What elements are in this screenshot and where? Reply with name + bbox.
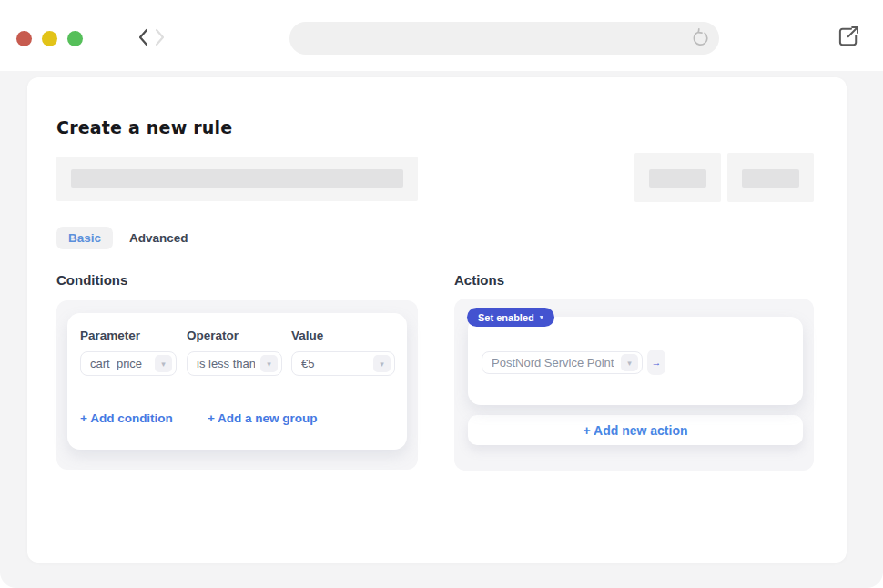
page-background: Create a new rule Basic Advanced Conditi…	[0, 71, 883, 588]
browser-chrome	[0, 0, 883, 71]
add-action-button-label: + Add new action	[584, 423, 688, 438]
actions-heading: Actions	[454, 272, 504, 288]
mode-tabs: Basic Advanced	[56, 227, 188, 249]
caret-down-icon: ▾	[155, 355, 172, 372]
operator-select[interactable]: is less than ▾	[187, 351, 282, 376]
minimize-window-button[interactable]	[42, 31, 57, 46]
conditions-heading: Conditions	[56, 272, 127, 288]
action-card: PostNord Service Point ▾ →	[468, 317, 803, 405]
caret-down-icon: ▾	[373, 355, 391, 372]
placeholder-button	[634, 153, 721, 202]
tab-advanced[interactable]: Advanced	[129, 227, 188, 249]
close-window-button[interactable]	[16, 31, 32, 46]
add-group-link[interactable]: + Add a new group	[208, 411, 318, 425]
caret-down-icon: ▾	[540, 313, 543, 321]
share-icon[interactable]	[834, 24, 861, 51]
placeholder-button	[727, 153, 814, 202]
page-title: Create a new rule	[56, 117, 232, 137]
parameter-select-value: cart_price	[90, 357, 149, 370]
tab-basic[interactable]: Basic	[56, 227, 113, 249]
add-condition-link[interactable]: + Add condition	[80, 411, 173, 425]
reload-icon[interactable]	[691, 28, 711, 48]
placeholder-block	[56, 157, 418, 201]
action-target-select[interactable]: PostNord Service Point ▾	[482, 351, 643, 374]
placeholder-bar	[742, 169, 799, 188]
action-type-badge[interactable]: Set enabled ▾	[467, 308, 554, 327]
operator-select-value: is less than	[197, 357, 255, 370]
condition-group-card: Parameter Operator Value cart_price ▾ is…	[67, 313, 407, 450]
parameter-column-label: Parameter	[80, 329, 140, 342]
operator-column-label: Operator	[187, 329, 239, 342]
browser-window: Create a new rule Basic Advanced Conditi…	[0, 0, 883, 588]
rule-editor-card: Create a new rule Basic Advanced Conditi…	[27, 77, 847, 563]
value-select[interactable]: €5 ▾	[291, 351, 395, 376]
value-select-value: €5	[301, 357, 368, 370]
caret-down-icon: ▾	[621, 354, 638, 371]
condition-links-row: + Add condition + Add a new group	[80, 411, 318, 425]
conditions-panel: Parameter Operator Value cart_price ▾ is…	[56, 300, 418, 470]
action-type-badge-label: Set enabled	[478, 312, 534, 323]
actions-panel: Set enabled ▾ PostNord Service Point ▾ →…	[454, 299, 814, 471]
action-target-select-value: PostNord Service Point	[492, 356, 615, 370]
placeholder-bar	[71, 169, 403, 188]
forward-icon[interactable]	[154, 28, 167, 46]
value-column-label: Value	[291, 329, 323, 342]
parameter-select[interactable]: cart_price ▾	[80, 351, 177, 376]
placeholder-bar	[649, 169, 706, 188]
arrow-right-icon[interactable]: →	[647, 350, 665, 375]
zoom-window-button[interactable]	[67, 31, 83, 46]
address-bar[interactable]	[289, 22, 719, 55]
traffic-lights	[16, 31, 83, 46]
caret-down-icon: ▾	[260, 355, 278, 372]
add-action-button[interactable]: + Add new action	[468, 415, 803, 445]
back-icon[interactable]	[137, 28, 149, 46]
